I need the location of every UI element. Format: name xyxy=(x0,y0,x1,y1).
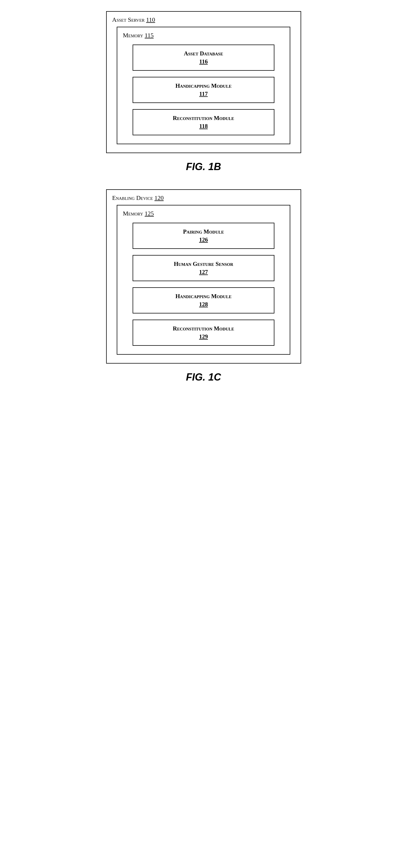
fig1c-section: Enabling Device 120 Memory 125 Pairing M… xyxy=(106,189,301,383)
asset-server-ref: 110 xyxy=(146,16,155,23)
fig1c-label: FIG. 1C xyxy=(186,371,221,383)
asset-server-box: Asset Server 110 Memory 115 Asset Databa… xyxy=(106,11,301,153)
asset-database-ref: 116 xyxy=(136,58,271,65)
reconstitution-module-name-1c: Reconstitution Module xyxy=(136,325,271,332)
enabling-device-name: Enabling Device xyxy=(112,194,153,201)
memory-ref-1b: 115 xyxy=(145,32,153,39)
memory-box-1c: Memory 125 Pairing Module 126 Human Gest… xyxy=(117,205,290,355)
handicapping-module-box-1c: Handicapping Module 128 xyxy=(133,287,275,313)
asset-server-name: Asset Server xyxy=(112,16,145,23)
fig1b-section: Asset Server 110 Memory 115 Asset Databa… xyxy=(106,11,301,173)
asset-database-box: Asset Database 116 xyxy=(133,44,275,71)
memory-name-1c: Memory xyxy=(123,210,143,217)
pairing-module-box: Pairing Module 126 xyxy=(133,223,275,249)
memory-ref-1c: 125 xyxy=(145,210,154,217)
pairing-module-name: Pairing Module xyxy=(136,228,271,235)
handicapping-module-name-1c: Handicapping Module xyxy=(136,293,271,300)
memory-label-1b: Memory 115 xyxy=(123,32,284,39)
asset-database-name: Asset Database xyxy=(136,50,271,57)
reconstitution-module-box-1c: Reconstitution Module 129 xyxy=(133,319,275,346)
memory-name-1b: Memory xyxy=(123,32,143,39)
human-gesture-sensor-ref: 127 xyxy=(136,269,271,276)
fig1b-label: FIG. 1B xyxy=(186,161,221,173)
pairing-module-ref: 126 xyxy=(136,236,271,243)
enabling-device-box: Enabling Device 120 Memory 125 Pairing M… xyxy=(106,189,301,364)
handicapping-module-ref-1c: 128 xyxy=(136,301,271,308)
enabling-device-ref: 120 xyxy=(154,194,164,201)
asset-server-label: Asset Server 110 xyxy=(112,16,295,23)
handicapping-module-ref-1b: 117 xyxy=(136,91,271,97)
human-gesture-sensor-name: Human Gesture Sensor xyxy=(136,260,271,268)
reconstitution-module-ref-1b: 118 xyxy=(136,123,271,130)
memory-label-1c: Memory 125 xyxy=(123,210,284,217)
enabling-device-label: Enabling Device 120 xyxy=(112,194,295,202)
reconstitution-module-name-1b: Reconstitution Module xyxy=(136,115,271,122)
handicapping-module-box-1b: Handicapping Module 117 xyxy=(133,77,275,103)
handicapping-module-name-1b: Handicapping Module xyxy=(136,83,271,89)
reconstitution-module-box-1b: Reconstitution Module 118 xyxy=(133,109,275,135)
reconstitution-module-ref-1c: 129 xyxy=(136,333,271,340)
memory-box-1b: Memory 115 Asset Database 116 Handicappi… xyxy=(117,27,290,144)
human-gesture-sensor-box: Human Gesture Sensor 127 xyxy=(133,255,275,281)
